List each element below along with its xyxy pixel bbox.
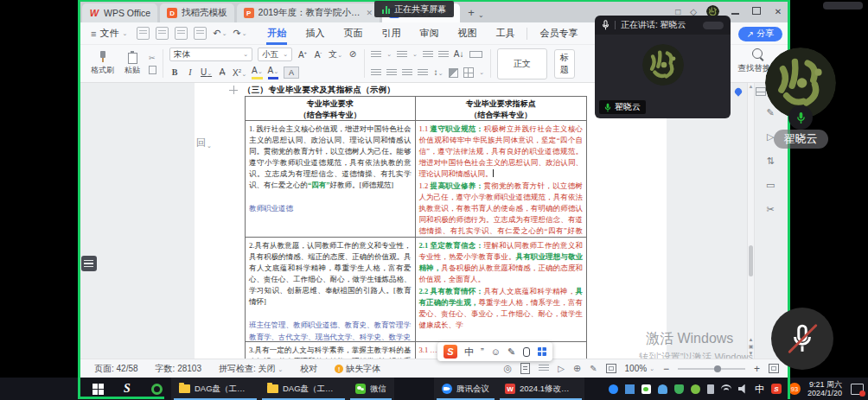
table-header-cell[interactable]: 专业毕业要求（结合学科专业） bbox=[246, 97, 416, 120]
missing-font-warning[interactable]: !缺失字体 bbox=[335, 363, 380, 375]
ribbon-tab-视图[interactable]: 视图 bbox=[448, 22, 486, 45]
export-icon[interactable] bbox=[156, 27, 169, 40]
meeting-tray-icon[interactable] bbox=[609, 384, 618, 394]
paste-button[interactable]: 粘贴 bbox=[123, 51, 142, 76]
table-cell[interactable]: 1.1 遵守职业规范：积极树立并践行社会主义核心价值观和铸牢中华民族共同体意识，… bbox=[416, 121, 587, 237]
sort-arrows-icon[interactable]: ⇅ bbox=[767, 156, 775, 167]
tab-close-icon[interactable]: ✕ bbox=[367, 9, 373, 17]
spellcheck-toggle[interactable]: 拼写检查: 关闭 ⌄ bbox=[219, 363, 283, 375]
shading-icon[interactable] bbox=[449, 68, 458, 78]
word-count[interactable]: 字数: 28103 bbox=[156, 363, 201, 375]
ribbon-tab-会员专享[interactable]: 会员专享 bbox=[530, 22, 587, 45]
taskbar-clock[interactable]: 9:21 周六 2024/1/20 bbox=[807, 380, 842, 397]
ribbon-tab-引用[interactable]: 引用 bbox=[372, 22, 410, 45]
italic-button[interactable]: I bbox=[185, 67, 195, 78]
fit-page-icon[interactable] bbox=[606, 364, 616, 373]
scroll-up-icon[interactable]: ▲ bbox=[748, 84, 754, 89]
web-view-icon[interactable]: ⊕ bbox=[573, 363, 581, 374]
ribbon-tab-插入[interactable]: 插入 bbox=[296, 22, 334, 45]
page-view-icon[interactable] bbox=[520, 363, 530, 374]
taskbar-search-button[interactable]: S bbox=[112, 378, 142, 400]
mute-microphone-button[interactable] bbox=[771, 308, 833, 370]
taskbar-item-meeting[interactable]: 腾讯会议 bbox=[434, 378, 497, 400]
vertical-scrollbar[interactable]: ▲ ▲ ▣ ▼ bbox=[747, 83, 755, 359]
location-pin-icon[interactable] bbox=[733, 86, 743, 96]
align-left-icon[interactable] bbox=[371, 69, 381, 77]
zoom-slider-handle[interactable] bbox=[714, 365, 721, 372]
ribbon-tab-开始[interactable]: 开始 bbox=[258, 22, 296, 45]
share-button[interactable]: ↗ 分享 bbox=[738, 27, 782, 41]
ribbon-tab-页面[interactable]: 页面 bbox=[334, 22, 372, 45]
table-cell[interactable]: 2.具有从教意愿，认同教师工作的意义和专业性，具有积极的情感、端正的态度、正确的… bbox=[246, 238, 416, 341]
underline-button[interactable]: U⌄ bbox=[201, 67, 212, 79]
align-center-icon[interactable] bbox=[386, 69, 397, 77]
restore-button[interactable] bbox=[750, 7, 763, 16]
cut-icon[interactable]: ✂ bbox=[149, 54, 156, 62]
ruler-icon[interactable] bbox=[469, 51, 482, 58]
search-icon[interactable] bbox=[752, 48, 763, 59]
highlight-color-button[interactable]: A⌄ bbox=[252, 66, 263, 79]
window-tray-icon[interactable] bbox=[625, 384, 635, 394]
file-menu-button[interactable]: ≡ 文件 ⌄ bbox=[87, 27, 131, 40]
notification-badge[interactable]: 93 bbox=[788, 383, 801, 395]
scissors-icon[interactable]: ✂ bbox=[767, 204, 775, 215]
clear-format-button[interactable]: ⊘ bbox=[348, 49, 358, 60]
undo-button[interactable]: ↶⌄ bbox=[213, 28, 227, 39]
ime-toolbox-icon[interactable] bbox=[538, 347, 546, 356]
format-painter-button[interactable]: 格式刷 bbox=[89, 51, 116, 76]
strikethrough-button[interactable]: A bbox=[217, 67, 227, 78]
table-header-cell[interactable]: 专业毕业要求指标点（结合学科专业） bbox=[416, 97, 587, 120]
bullet-list-icon[interactable] bbox=[371, 51, 381, 59]
line-spacing-icon[interactable]: ↕⌄ bbox=[433, 67, 444, 79]
next-page-icon[interactable]: ▼ bbox=[749, 351, 754, 357]
ime-mode-toggle[interactable]: 中 bbox=[464, 346, 474, 359]
zoom-out-button[interactable]: − bbox=[663, 363, 669, 375]
table-grid-icon[interactable] bbox=[756, 87, 766, 96]
style-heading[interactable]: 标题 bbox=[554, 49, 575, 79]
sogou-logo-icon[interactable]: S bbox=[444, 345, 457, 359]
sogou-tray-icon[interactable]: S bbox=[771, 384, 782, 394]
taskbar-item-wechat[interactable]: 微信 bbox=[348, 378, 394, 400]
handwriting-icon[interactable]: ✎ bbox=[507, 346, 515, 358]
proofread-button[interactable]: 校对 bbox=[300, 363, 317, 375]
copy-icon[interactable] bbox=[149, 66, 156, 74]
justify-icon[interactable] bbox=[418, 69, 428, 77]
taskbar-item-wps[interactable]: W2024.1修改（… bbox=[497, 378, 584, 400]
close-button[interactable]: ✕ bbox=[772, 7, 784, 16]
decrease-font-button[interactable]: A- bbox=[313, 48, 323, 60]
wechat-tray-icon[interactable] bbox=[641, 384, 651, 394]
wps-tab[interactable]: D找稻壳模板 bbox=[160, 3, 234, 22]
table-cell[interactable]: 1. 践行社会主义核心价值观，增进对中国特色社会主义的思想认同、政治认同、理论认… bbox=[246, 121, 416, 237]
meeting-window-controls[interactable] bbox=[823, 2, 863, 10]
shape-icon[interactable]: ▭ bbox=[766, 180, 775, 191]
minimize-button[interactable] bbox=[729, 7, 741, 16]
wifi-tray-icon[interactable] bbox=[721, 384, 731, 394]
punctuation-icon[interactable]: ” bbox=[481, 346, 484, 357]
browser-button[interactable] bbox=[142, 378, 171, 400]
outline-view-icon[interactable] bbox=[539, 365, 549, 372]
edit-pen-icon[interactable]: ✎ bbox=[767, 107, 775, 118]
emoji-icon[interactable]: ☺ bbox=[491, 346, 501, 357]
taskbar-item-folder[interactable]: DAG盘（工作… bbox=[171, 378, 259, 400]
phonetic-guide-button[interactable]: 文⌄ bbox=[329, 49, 342, 60]
eye-protect-icon[interactable]: ◎ bbox=[504, 363, 513, 374]
zoom-in-button[interactable]: + bbox=[754, 363, 760, 375]
zoom-slider[interactable] bbox=[678, 368, 745, 370]
increase-indent-icon[interactable] bbox=[438, 51, 449, 59]
wps-tab[interactable]: WWPS Office bbox=[82, 3, 157, 22]
decrease-indent-icon[interactable] bbox=[423, 51, 433, 59]
font-size-select[interactable]: 小五⌄ bbox=[258, 48, 292, 61]
panel-controls-blob[interactable] bbox=[703, 22, 724, 29]
read-mode-icon[interactable]: ▷ bbox=[558, 364, 565, 373]
page-select-icon[interactable]: ▣ bbox=[749, 344, 754, 350]
print-icon[interactable] bbox=[175, 27, 188, 40]
action-center-icon[interactable] bbox=[851, 384, 864, 395]
sort-icon[interactable]: A↓ bbox=[454, 49, 464, 60]
table-move-handle[interactable] bbox=[229, 86, 238, 94]
taskbar-item-folder[interactable]: DAG盘（工作… bbox=[259, 378, 348, 400]
table-select-button[interactable]: 回⌄ bbox=[196, 137, 212, 149]
ribbon-tab-工具[interactable]: 工具 bbox=[486, 22, 524, 45]
prev-page-icon[interactable]: ▲ bbox=[749, 337, 754, 343]
superscript-button[interactable]: X2⌄ bbox=[233, 66, 246, 79]
voice-input-icon[interactable] bbox=[523, 347, 530, 357]
